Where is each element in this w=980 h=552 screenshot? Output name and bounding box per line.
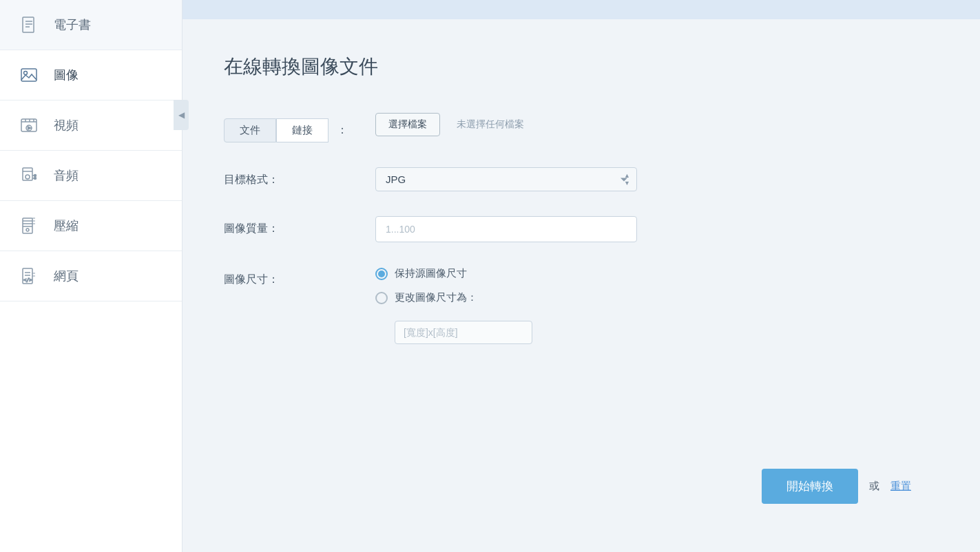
file-status: 未選擇任何檔案 xyxy=(457,118,524,131)
format-select[interactable]: JPG PNG BMP GIF TIFF WEBP ICO SVG PDF xyxy=(375,167,637,191)
radio-group: 保持源圖像尺寸 更改圖像尺寸為： xyxy=(375,267,775,344)
audio-icon xyxy=(17,163,41,188)
radio-keep-label: 保持源圖像尺寸 xyxy=(395,267,467,280)
svg-marker-12 xyxy=(28,127,32,129)
svg-text:</>: </> xyxy=(23,277,32,283)
compress-icon xyxy=(17,213,41,238)
page-title: 在線轉換圖像文件 xyxy=(224,54,939,80)
sidebar: 電子書 圖像 視頻 xyxy=(0,0,183,552)
sidebar-item-web[interactable]: </> 網頁 xyxy=(0,251,182,301)
radio-keep-icon xyxy=(375,268,388,280)
sidebar-label-audio: 音頻 xyxy=(54,167,79,184)
quality-input[interactable] xyxy=(375,216,637,242)
image-icon xyxy=(17,63,41,87)
file-control: 選擇檔案 未選擇任何檔案 xyxy=(375,113,775,136)
sidebar-collapse-button[interactable]: ◀ xyxy=(174,100,189,130)
format-label: 目標格式： xyxy=(224,167,375,187)
convert-button[interactable]: 開始轉換 xyxy=(762,469,858,504)
tab-link[interactable]: 鏈接 xyxy=(276,118,329,142)
top-bar xyxy=(183,0,980,19)
web-icon: </> xyxy=(17,264,41,288)
file-row: 文件 鏈接 ： 選擇檔案 未選擇任何檔案 xyxy=(224,113,939,142)
sidebar-item-image[interactable]: 圖像 xyxy=(0,50,182,100)
or-text: 或 xyxy=(869,480,879,493)
svg-point-15 xyxy=(25,175,30,179)
radio-keep-row[interactable]: 保持源圖像尺寸 xyxy=(375,267,775,280)
content-area: 在線轉換圖像文件 文件 鏈接 ： 選擇檔案 未選擇任何檔案 目標格式： xyxy=(183,19,980,552)
image-size-row: 圖像尺寸： 保持源圖像尺寸 更改圖像尺寸為： xyxy=(224,267,939,344)
svg-rect-4 xyxy=(21,69,37,81)
reset-button[interactable]: 重置 xyxy=(890,480,911,493)
tab-separator: ： xyxy=(337,123,348,138)
svg-point-19 xyxy=(34,178,37,180)
sidebar-label-web: 網頁 xyxy=(54,268,79,284)
choose-file-button[interactable]: 選擇檔案 xyxy=(375,113,440,136)
svg-point-5 xyxy=(24,72,28,75)
bottom-bar: 開始轉換 或 重置 xyxy=(224,455,939,518)
radio-change-icon xyxy=(375,292,388,304)
radio-change-row[interactable]: 更改圖像尺寸為： xyxy=(375,291,775,304)
sidebar-item-ebook[interactable]: 電子書 xyxy=(0,0,182,50)
quality-control xyxy=(375,216,775,242)
tab-group: 文件 鏈接 ： xyxy=(224,118,375,142)
sidebar-item-compress[interactable]: 壓縮 xyxy=(0,201,182,251)
tab-document[interactable]: 文件 xyxy=(224,118,276,142)
svg-rect-0 xyxy=(23,17,34,32)
format-control: JPG PNG BMP GIF TIFF WEBP ICO SVG PDF ▲ … xyxy=(375,167,775,191)
sidebar-label-video: 視頻 xyxy=(54,117,79,134)
video-icon xyxy=(17,113,41,138)
sidebar-label-ebook: 電子書 xyxy=(54,17,91,33)
radio-change-label: 更改圖像尺寸為： xyxy=(395,291,477,304)
sidebar-label-compress: 壓縮 xyxy=(54,217,79,234)
format-select-wrapper: JPG PNG BMP GIF TIFF WEBP ICO SVG PDF ▲ … xyxy=(375,167,637,191)
svg-point-24 xyxy=(26,229,29,231)
svg-point-18 xyxy=(34,175,37,177)
format-row: 目標格式： JPG PNG BMP GIF TIFF WEBP ICO SVG … xyxy=(224,167,939,191)
quality-row: 圖像質量： xyxy=(224,216,939,242)
image-size-label: 圖像尺寸： xyxy=(224,267,375,287)
sidebar-item-audio[interactable]: 音頻 xyxy=(0,151,182,201)
sidebar-item-video[interactable]: 視頻 xyxy=(0,100,182,151)
size-input[interactable] xyxy=(395,321,532,344)
ebook-icon xyxy=(17,12,41,37)
image-size-control: 保持源圖像尺寸 更改圖像尺寸為： xyxy=(375,267,775,344)
main-area: 在線轉換圖像文件 文件 鏈接 ： 選擇檔案 未選擇任何檔案 目標格式： xyxy=(183,0,980,552)
sidebar-label-image: 圖像 xyxy=(54,67,79,83)
file-label: 文件 鏈接 ： xyxy=(224,113,375,142)
quality-label: 圖像質量： xyxy=(224,216,375,236)
